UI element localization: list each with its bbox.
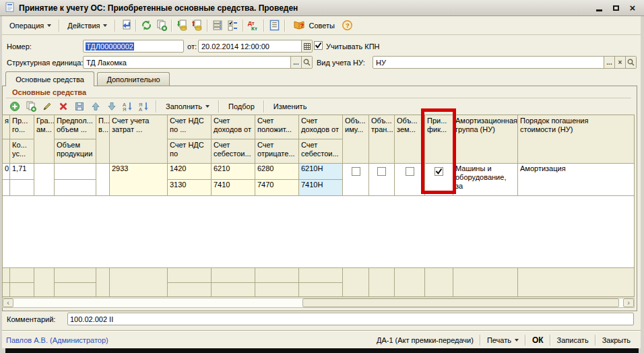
- grid-column-0: я0: [3, 115, 10, 296]
- print-form-button[interactable]: ДА-1 (Акт премки-передачи): [371, 331, 480, 348]
- row-checkbox[interactable]: [406, 167, 414, 176]
- operation-menu-button[interactable]: Операция: [5, 20, 56, 32]
- post-document-icon[interactable]: [119, 18, 133, 32]
- grid-column-14: Амортизационная группа (НУ)Машины и обор…: [453, 115, 518, 296]
- grid-footer-cell: [369, 267, 395, 296]
- comment-value: 100.02.002 II: [70, 315, 113, 323]
- grid-cell[interactable]: 14203130: [168, 164, 212, 196]
- grid-cell[interactable]: Машины и оборудование, за: [453, 164, 518, 196]
- grid-cell[interactable]: [369, 164, 395, 196]
- grid-footer-cell: [212, 267, 255, 296]
- fixed-assets-grid: я0Пр... го...Ко... ус...1,71Гра... ам...…: [2, 115, 635, 297]
- comment-input[interactable]: 100.02.002 II: [67, 313, 634, 325]
- row-checkbox[interactable]: [377, 167, 386, 176]
- grid-empty-area: [34, 196, 55, 267]
- grid-cell[interactable]: 0: [3, 164, 10, 196]
- print-button[interactable]: Печать: [481, 331, 525, 348]
- grid-column-10: Объ... иму...: [343, 115, 369, 296]
- sort-asc-icon[interactable]: АЯ: [121, 100, 134, 113]
- grid-column-15: Порядок погашения стоимости (НУ)Амортиза…: [518, 115, 634, 296]
- ok-button[interactable]: ОК: [526, 331, 550, 348]
- dropdown-caret-icon: [47, 24, 51, 29]
- grid-footer-cell: [299, 267, 343, 296]
- settings-list-icon[interactable]: [226, 18, 240, 32]
- tips-button[interactable]: ? Советы: [288, 17, 339, 34]
- change-button[interactable]: Изменить: [270, 101, 311, 112]
- close-button[interactable]: ×: [626, 2, 639, 13]
- actions-menu-label: Действия: [67, 22, 100, 30]
- scroll-thumb[interactable]: [302, 298, 619, 307]
- move-up-icon[interactable]: [89, 100, 102, 113]
- grid-footer-cell: [518, 267, 634, 296]
- grid-column-13: При... фик...: [425, 115, 453, 296]
- pick-button[interactable]: Подбор: [225, 101, 258, 112]
- grid-empty-area: [3, 196, 10, 267]
- toolbar-separator: [171, 20, 172, 32]
- copy-document-icon[interactable]: [154, 18, 168, 32]
- row-checkbox[interactable]: [352, 167, 360, 176]
- row-checkbox-checked[interactable]: [434, 167, 443, 176]
- tab-additional[interactable]: Дополнительно: [97, 72, 170, 86]
- calendar-icon: [304, 43, 311, 50]
- copy-row-icon[interactable]: [24, 100, 37, 113]
- edit-row-icon[interactable]: [40, 100, 53, 113]
- save-button[interactable]: Записать: [551, 331, 595, 348]
- grid-cell[interactable]: 62807470: [255, 164, 299, 196]
- help-icon[interactable]: ?: [340, 18, 354, 32]
- tab-label: Основные средства: [15, 75, 84, 84]
- nu-kind-label: Вид учета НУ:: [317, 59, 365, 67]
- dt-kt-icon[interactable]: ДтКт: [247, 18, 261, 32]
- choose-button[interactable]: ...: [604, 57, 614, 68]
- open-button[interactable]: [301, 57, 312, 68]
- grid-cell[interactable]: [343, 164, 369, 196]
- add-row-icon[interactable]: [8, 100, 21, 113]
- toolbar-separator: [156, 100, 157, 113]
- actions-menu-button[interactable]: Действия: [63, 20, 112, 32]
- scroll-track[interactable]: [13, 298, 623, 307]
- calendar-button[interactable]: [301, 40, 312, 52]
- tab-label: Дополнительно: [106, 75, 160, 84]
- refresh-icon[interactable]: [139, 18, 154, 32]
- svg-text:?: ?: [300, 22, 304, 29]
- nu-kind-input[interactable]: НУ ... ×: [373, 56, 637, 69]
- open-button[interactable]: [625, 57, 636, 68]
- magnifier-icon: [303, 59, 311, 66]
- structure-list-icon[interactable]: [211, 18, 225, 32]
- grid-cell[interactable]: 1,71: [10, 164, 34, 196]
- number-label: Номер:: [7, 42, 32, 51]
- grid-cell[interactable]: 6210Н7410Н: [299, 164, 343, 196]
- grid-cell[interactable]: Амортизация: [518, 164, 634, 196]
- fill-button[interactable]: Заполнить: [162, 101, 213, 112]
- sort-desc-icon[interactable]: ЯА: [137, 100, 150, 113]
- column-header: Счет доходов отСчет себестои...: [299, 115, 343, 164]
- dropdown-caret-icon: [205, 105, 210, 110]
- choose-button[interactable]: ...: [290, 57, 301, 68]
- grid-cell[interactable]: [425, 164, 453, 196]
- based-on-input-icon[interactable]: [175, 18, 189, 32]
- tab-fixed-assets[interactable]: Основные средства: [5, 71, 94, 86]
- posting-movements-icon[interactable]: [190, 18, 204, 32]
- grid-cell[interactable]: [395, 164, 425, 196]
- grid-cell[interactable]: [34, 164, 55, 196]
- move-down-icon[interactable]: [105, 100, 118, 113]
- clear-button[interactable]: ×: [614, 57, 625, 68]
- pick-label: Подбор: [228, 102, 255, 110]
- date-value: 20.02.2014 12:00:00: [199, 40, 301, 52]
- unit-input[interactable]: ТД Лакомка ...: [83, 56, 313, 69]
- scroll-right-button[interactable]: ›: [623, 298, 634, 307]
- grid-cell[interactable]: [55, 164, 96, 196]
- finish-edit-icon[interactable]: [73, 100, 86, 113]
- kpn-checkbox[interactable]: [314, 41, 323, 50]
- grid-cell[interactable]: 62107410: [212, 164, 255, 196]
- close-form-button[interactable]: Закрыть: [596, 331, 637, 348]
- date-input[interactable]: 20.02.2014 12:00:00: [198, 40, 313, 53]
- grid-cell[interactable]: [96, 164, 110, 196]
- maximize-button[interactable]: [609, 2, 622, 13]
- number-input[interactable]: ТДЛ00000002: [83, 40, 184, 53]
- delete-row-icon[interactable]: [57, 100, 69, 113]
- minimize-button[interactable]: [592, 2, 606, 13]
- current-user: Павлов А.В. (Администратор): [6, 336, 108, 344]
- document-journal-icon[interactable]: [267, 18, 282, 32]
- scroll-left-button[interactable]: ‹: [3, 298, 13, 307]
- grid-cell[interactable]: 2933: [110, 164, 168, 196]
